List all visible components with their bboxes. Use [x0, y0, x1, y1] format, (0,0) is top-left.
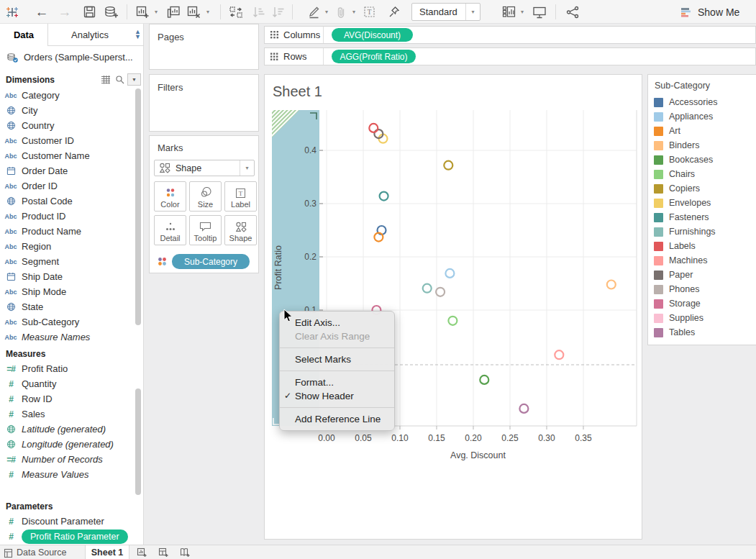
highlight-button[interactable] [305, 0, 322, 24]
legend-item[interactable]: Tables [648, 325, 756, 340]
measure-field-item[interactable]: # Quantity [0, 376, 134, 391]
rows-pill[interactable]: AGG(Profit Ratio) [332, 50, 416, 63]
sort-descending-button[interactable] [268, 0, 288, 24]
fit-dropdown-caret[interactable]: ▾ [465, 4, 480, 20]
parameter-pill[interactable]: Profit Ratio Parameter [22, 530, 128, 544]
measures-scrollbar[interactable] [135, 388, 141, 495]
dimension-field-item[interactable]: Abc Ship Mode [0, 284, 134, 299]
dimension-field-item[interactable]: Abc Sub-Category [0, 314, 134, 330]
scatter-point[interactable]: Chairs [448, 317, 457, 325]
legend-item[interactable]: Paper [648, 268, 756, 282]
legend-item[interactable]: Fasteners [648, 210, 756, 224]
label-mark-button[interactable]: TLabel [224, 181, 257, 212]
dimensions-scrollbar[interactable] [135, 88, 141, 325]
tab-data-source[interactable]: Data Source [17, 547, 66, 558]
menu-item-show-header[interactable]: ✓Show Header [280, 389, 394, 403]
scatter-plot[interactable]: 0.10.20.30.40.000.050.100.150.200.250.30… [265, 75, 642, 540]
fields-sort-icon[interactable]: ▲▼ [135, 29, 141, 40]
legend-item[interactable]: Chairs [648, 167, 756, 181]
dimension-field-item[interactable]: Abc Customer ID [0, 133, 134, 148]
mark-type-dropdown[interactable]: Shape ▾ [154, 160, 255, 176]
dimension-field-item[interactable]: Abc Category [0, 88, 134, 103]
legend-item[interactable]: Art [648, 124, 756, 138]
menu-item-format[interactable]: Format... [280, 376, 394, 389]
menu-item-add-reference-line[interactable]: Add Reference Line [280, 412, 394, 426]
redo-button[interactable]: → [55, 0, 75, 24]
dimension-field-item[interactable]: Abc Segment [0, 254, 134, 269]
fit-dropdown[interactable]: Standard ▾ [411, 3, 481, 21]
scatter-point[interactable]: Appliances [445, 269, 454, 278]
clear-sheet-caret[interactable]: ▾ [204, 0, 212, 24]
find-field-icon[interactable] [115, 75, 124, 84]
menu-item-select-marks[interactable]: Select Marks [280, 353, 394, 366]
group-members-button[interactable] [332, 0, 350, 24]
scatter-point[interactable]: Phones [436, 288, 445, 296]
scatter-point[interactable]: Furnishings [423, 284, 432, 293]
dimension-field-item[interactable]: Order Date [0, 163, 134, 178]
legend-item[interactable]: Envelopes [648, 196, 756, 210]
dimension-field-item[interactable]: City [0, 103, 134, 118]
dimension-field-item[interactable]: Country [0, 118, 134, 133]
datasource-row[interactable]: Orders (Sample-Superst... [0, 46, 144, 68]
parameter-field-item[interactable]: # Discount Parameter [0, 514, 134, 529]
pane-menu-button[interactable]: ▼ [127, 73, 141, 86]
show-hide-cards-button[interactable] [499, 0, 518, 24]
scatter-point[interactable]: Machines [555, 350, 563, 359]
legend-item[interactable]: Furnishings [648, 224, 756, 239]
measure-field-item[interactable]: Longitude (generated) [0, 437, 134, 452]
size-mark-button[interactable]: Size [189, 181, 222, 212]
share-button[interactable] [562, 0, 583, 24]
detail-mark-button[interactable]: Detail [154, 215, 186, 245]
legend-item[interactable]: Copiers [648, 181, 756, 196]
legend-item[interactable]: Supplies [648, 311, 756, 325]
tab-sheet1[interactable]: Sheet 1 [85, 545, 129, 559]
group-members-caret[interactable]: ▾ [350, 0, 358, 24]
color-mark-button[interactable]: Color [154, 181, 186, 212]
measure-field-item[interactable]: Latitude (generated) [0, 422, 134, 437]
dimension-field-item[interactable]: Abc Measure Names [0, 330, 134, 345]
tab-analytics[interactable]: Analytics [48, 24, 132, 46]
clear-sheet-button[interactable] [184, 0, 203, 24]
measure-field-item[interactable]: # Sales [0, 406, 134, 422]
new-data-source-button[interactable] [101, 0, 122, 24]
show-me-button[interactable]: Show Me [680, 0, 752, 24]
legend-item[interactable]: Storage [648, 296, 756, 311]
measure-field-item[interactable]: # Measure Values [0, 467, 134, 482]
legend-item[interactable]: Machines [648, 253, 756, 268]
dimension-field-item[interactable]: Postal Code [0, 194, 134, 209]
new-worksheet-button[interactable] [133, 0, 152, 24]
measure-field-item[interactable]: =# Profit Ratio [0, 361, 134, 376]
menu-item-edit-axis[interactable]: Edit Axis... [280, 316, 394, 330]
legend-item[interactable]: Labels [648, 239, 756, 253]
view-data-grid-icon[interactable] [101, 75, 111, 84]
scatter-point[interactable]: Fasteners [380, 192, 388, 201]
duplicate-sheet-button[interactable] [163, 0, 183, 24]
scatter-point[interactable]: Tables [519, 404, 528, 413]
new-worksheet-caret[interactable]: ▾ [152, 0, 160, 24]
show-mark-labels-button[interactable]: T [360, 0, 378, 24]
legend-item[interactable]: Accessories [648, 95, 756, 109]
tooltip-mark-button[interactable]: Tooltip [189, 215, 222, 245]
new-story-tab-button[interactable] [180, 547, 191, 558]
presentation-mode-button[interactable] [529, 0, 550, 24]
scatter-point[interactable]: Copiers [444, 161, 452, 170]
scatter-point[interactable]: Labels [369, 124, 378, 132]
scatter-point[interactable]: Binders [607, 281, 616, 289]
parameter-field-item[interactable]: # Profit Ratio Parameter [0, 529, 134, 544]
new-dashboard-tab-button[interactable] [158, 547, 169, 558]
measure-field-item[interactable]: # Row ID [0, 391, 134, 406]
tab-data[interactable]: Data [0, 24, 48, 46]
legend-item[interactable]: Binders [648, 138, 756, 153]
swap-rows-columns-button[interactable] [225, 0, 247, 24]
dimension-field-item[interactable]: Abc Order ID [0, 178, 134, 194]
show-hide-cards-caret[interactable]: ▾ [518, 0, 527, 24]
save-button[interactable] [79, 0, 99, 24]
marks-subcategory-pill[interactable]: Sub-Category [172, 254, 250, 269]
sort-ascending-button[interactable] [248, 0, 268, 24]
dimension-field-item[interactable]: Ship Date [0, 269, 134, 284]
dimension-field-item[interactable]: Abc Product ID [0, 209, 134, 224]
columns-pill[interactable]: AVG(Discount) [332, 28, 413, 42]
legend-item[interactable]: Bookcases [648, 153, 756, 167]
dimension-field-item[interactable]: Abc Region [0, 239, 134, 254]
legend-item[interactable]: Phones [648, 282, 756, 296]
